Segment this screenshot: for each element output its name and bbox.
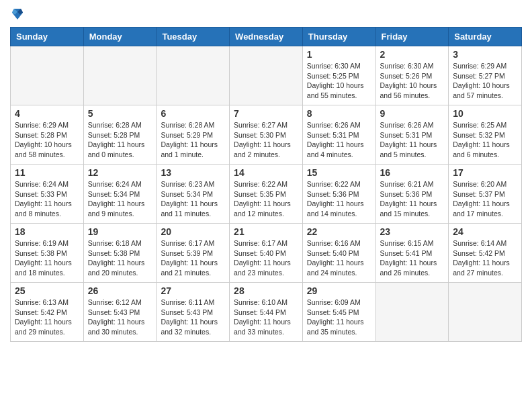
calendar-cell: 7Sunrise: 6:27 AM Sunset: 5:30 PM Daylig…	[230, 105, 303, 165]
calendar-cell: 14Sunrise: 6:22 AM Sunset: 5:35 PM Dayli…	[230, 165, 303, 224]
day-info: Sunrise: 6:12 AM Sunset: 5:43 PM Dayligh…	[88, 298, 152, 337]
day-number: 22	[307, 226, 371, 237]
calendar-cell	[83, 46, 157, 105]
day-number: 23	[380, 226, 445, 237]
day-info: Sunrise: 6:29 AM Sunset: 5:28 PM Dayligh…	[15, 120, 79, 160]
calendar-cell: 28Sunrise: 6:10 AM Sunset: 5:44 PM Dayli…	[230, 283, 303, 342]
calendar-cell: 16Sunrise: 6:21 AM Sunset: 5:36 PM Dayli…	[375, 165, 449, 224]
day-info: Sunrise: 6:11 AM Sunset: 5:43 PM Dayligh…	[161, 298, 225, 337]
calendar-cell	[11, 46, 84, 105]
col-header-monday: Monday	[83, 28, 157, 46]
day-number: 2	[380, 49, 445, 60]
day-number: 25	[15, 285, 79, 296]
day-number: 13	[161, 167, 225, 178]
day-info: Sunrise: 6:17 AM Sunset: 5:40 PM Dayligh…	[234, 238, 298, 278]
day-number: 16	[380, 167, 445, 178]
week-row-3: 11Sunrise: 6:24 AM Sunset: 5:33 PM Dayli…	[11, 165, 522, 224]
day-info: Sunrise: 6:14 AM Sunset: 5:42 PM Dayligh…	[453, 238, 517, 278]
calendar-cell: 10Sunrise: 6:25 AM Sunset: 5:32 PM Dayli…	[449, 105, 522, 165]
day-number: 3	[453, 49, 517, 60]
day-info: Sunrise: 6:17 AM Sunset: 5:39 PM Dayligh…	[161, 238, 225, 278]
day-number: 5	[88, 108, 152, 119]
day-number: 21	[234, 226, 298, 237]
calendar-cell: 4Sunrise: 6:29 AM Sunset: 5:28 PM Daylig…	[11, 105, 84, 165]
day-number: 19	[88, 226, 152, 237]
calendar-cell: 19Sunrise: 6:18 AM Sunset: 5:38 PM Dayli…	[83, 224, 157, 283]
day-number: 1	[307, 49, 371, 60]
day-info: Sunrise: 6:30 AM Sunset: 5:26 PM Dayligh…	[380, 61, 445, 101]
day-number: 27	[161, 285, 225, 296]
day-number: 4	[15, 108, 79, 119]
day-info: Sunrise: 6:28 AM Sunset: 5:28 PM Dayligh…	[88, 120, 152, 160]
day-info: Sunrise: 6:22 AM Sunset: 5:35 PM Dayligh…	[234, 179, 298, 219]
calendar-cell: 26Sunrise: 6:12 AM Sunset: 5:43 PM Dayli…	[83, 283, 157, 342]
calendar-cell: 9Sunrise: 6:26 AM Sunset: 5:31 PM Daylig…	[375, 105, 449, 165]
calendar-table: SundayMondayTuesdayWednesdayThursdayFrid…	[10, 27, 522, 342]
day-number: 17	[453, 167, 517, 178]
day-info: Sunrise: 6:26 AM Sunset: 5:31 PM Dayligh…	[380, 120, 445, 160]
day-number: 29	[307, 285, 371, 296]
calendar-cell: 3Sunrise: 6:29 AM Sunset: 5:27 PM Daylig…	[449, 46, 522, 105]
day-number: 12	[88, 167, 152, 178]
calendar-cell: 22Sunrise: 6:16 AM Sunset: 5:40 PM Dayli…	[302, 224, 375, 283]
calendar-header-row: SundayMondayTuesdayWednesdayThursdayFrid…	[11, 28, 522, 46]
day-number: 7	[234, 108, 298, 119]
logo	[10, 7, 28, 21]
day-number: 26	[88, 285, 152, 296]
generalblue-logo-icon	[10, 7, 25, 21]
col-header-saturday: Saturday	[449, 28, 522, 46]
day-info: Sunrise: 6:10 AM Sunset: 5:44 PM Dayligh…	[234, 298, 298, 337]
col-header-tuesday: Tuesday	[157, 28, 230, 46]
calendar-cell: 8Sunrise: 6:26 AM Sunset: 5:31 PM Daylig…	[302, 105, 375, 165]
day-info: Sunrise: 6:22 AM Sunset: 5:36 PM Dayligh…	[307, 179, 371, 219]
page-header	[10, 7, 522, 21]
day-info: Sunrise: 6:21 AM Sunset: 5:36 PM Dayligh…	[380, 179, 445, 219]
col-header-friday: Friday	[375, 28, 449, 46]
calendar-cell: 18Sunrise: 6:19 AM Sunset: 5:38 PM Dayli…	[11, 224, 84, 283]
day-number: 28	[234, 285, 298, 296]
day-number: 14	[234, 167, 298, 178]
day-number: 9	[380, 108, 445, 119]
calendar-cell	[375, 283, 449, 342]
col-header-thursday: Thursday	[302, 28, 375, 46]
calendar-cell	[230, 46, 303, 105]
day-number: 15	[307, 167, 371, 178]
day-info: Sunrise: 6:20 AM Sunset: 5:37 PM Dayligh…	[453, 179, 517, 219]
calendar-cell: 12Sunrise: 6:24 AM Sunset: 5:34 PM Dayli…	[83, 165, 157, 224]
week-row-1: 1Sunrise: 6:30 AM Sunset: 5:25 PM Daylig…	[11, 46, 522, 105]
calendar-cell: 13Sunrise: 6:23 AM Sunset: 5:34 PM Dayli…	[157, 165, 230, 224]
calendar-cell: 25Sunrise: 6:13 AM Sunset: 5:42 PM Dayli…	[11, 283, 84, 342]
calendar-cell: 15Sunrise: 6:22 AM Sunset: 5:36 PM Dayli…	[302, 165, 375, 224]
calendar-cell: 20Sunrise: 6:17 AM Sunset: 5:39 PM Dayli…	[157, 224, 230, 283]
calendar-cell: 11Sunrise: 6:24 AM Sunset: 5:33 PM Dayli…	[11, 165, 84, 224]
week-row-5: 25Sunrise: 6:13 AM Sunset: 5:42 PM Dayli…	[11, 283, 522, 342]
day-info: Sunrise: 6:18 AM Sunset: 5:38 PM Dayligh…	[88, 238, 152, 278]
day-info: Sunrise: 6:29 AM Sunset: 5:27 PM Dayligh…	[453, 61, 517, 101]
day-info: Sunrise: 6:16 AM Sunset: 5:40 PM Dayligh…	[307, 238, 371, 278]
day-number: 11	[15, 167, 79, 178]
week-row-2: 4Sunrise: 6:29 AM Sunset: 5:28 PM Daylig…	[11, 105, 522, 165]
day-info: Sunrise: 6:13 AM Sunset: 5:42 PM Dayligh…	[15, 298, 79, 337]
day-info: Sunrise: 6:23 AM Sunset: 5:34 PM Dayligh…	[161, 179, 225, 219]
day-info: Sunrise: 6:26 AM Sunset: 5:31 PM Dayligh…	[307, 120, 371, 160]
calendar-cell: 5Sunrise: 6:28 AM Sunset: 5:28 PM Daylig…	[83, 105, 157, 165]
day-number: 20	[161, 226, 225, 237]
day-info: Sunrise: 6:30 AM Sunset: 5:25 PM Dayligh…	[307, 61, 371, 101]
calendar-cell: 17Sunrise: 6:20 AM Sunset: 5:37 PM Dayli…	[449, 165, 522, 224]
day-info: Sunrise: 6:24 AM Sunset: 5:34 PM Dayligh…	[88, 179, 152, 219]
calendar-cell: 21Sunrise: 6:17 AM Sunset: 5:40 PM Dayli…	[230, 224, 303, 283]
day-number: 6	[161, 108, 225, 119]
day-info: Sunrise: 6:15 AM Sunset: 5:41 PM Dayligh…	[380, 238, 445, 278]
day-number: 18	[15, 226, 79, 237]
day-info: Sunrise: 6:19 AM Sunset: 5:38 PM Dayligh…	[15, 238, 79, 278]
calendar-cell: 29Sunrise: 6:09 AM Sunset: 5:45 PM Dayli…	[302, 283, 375, 342]
calendar-cell: 27Sunrise: 6:11 AM Sunset: 5:43 PM Dayli…	[157, 283, 230, 342]
day-number: 10	[453, 108, 517, 119]
calendar-cell: 23Sunrise: 6:15 AM Sunset: 5:41 PM Dayli…	[375, 224, 449, 283]
day-number: 24	[453, 226, 517, 237]
day-info: Sunrise: 6:25 AM Sunset: 5:32 PM Dayligh…	[453, 120, 517, 160]
col-header-sunday: Sunday	[11, 28, 84, 46]
col-header-wednesday: Wednesday	[230, 28, 303, 46]
calendar-cell: 6Sunrise: 6:28 AM Sunset: 5:29 PM Daylig…	[157, 105, 230, 165]
calendar-cell: 2Sunrise: 6:30 AM Sunset: 5:26 PM Daylig…	[375, 46, 449, 105]
